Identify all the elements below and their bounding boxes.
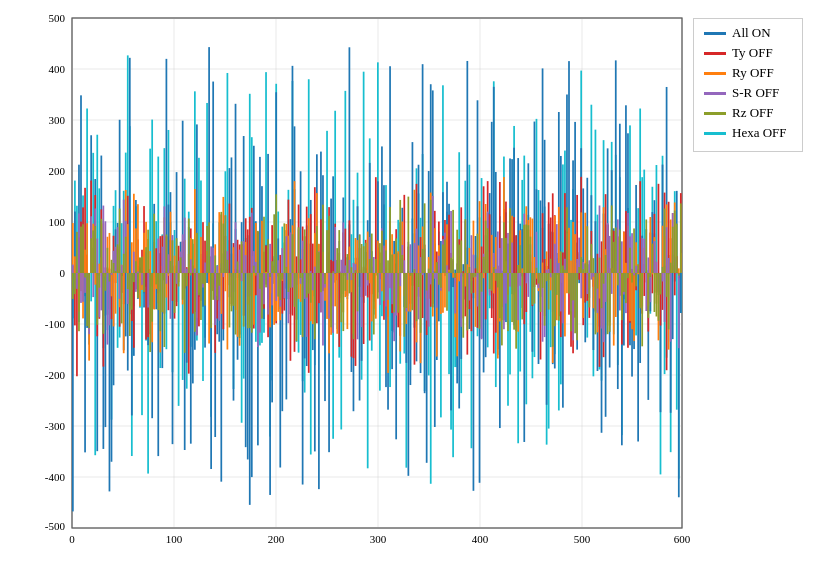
svg-rect-1789	[584, 263, 586, 273]
svg-rect-1292	[182, 234, 184, 273]
svg-rect-919	[643, 273, 645, 296]
svg-text:500: 500	[49, 12, 66, 24]
svg-rect-1132	[466, 264, 468, 273]
svg-rect-1528	[662, 273, 664, 281]
svg-rect-1423	[448, 273, 450, 291]
svg-rect-1744	[493, 267, 495, 273]
svg-rect-1680	[363, 246, 365, 273]
svg-rect-1633	[265, 273, 267, 287]
svg-rect-1548	[92, 230, 94, 273]
svg-rect-1593	[184, 273, 186, 353]
svg-rect-823	[448, 215, 450, 273]
svg-rect-1194	[593, 273, 595, 308]
svg-text:-400: -400	[45, 471, 66, 483]
svg-rect-1205	[615, 273, 617, 317]
svg-rect-1098	[397, 251, 399, 273]
svg-rect-1508	[621, 241, 623, 273]
svg-rect-1606	[210, 273, 212, 328]
svg-rect-1284	[166, 273, 168, 284]
svg-rect-750	[300, 259, 302, 273]
svg-rect-1576	[149, 273, 151, 352]
svg-rect-404	[206, 273, 208, 283]
svg-rect-1794	[595, 273, 597, 334]
svg-rect-1370	[340, 260, 342, 273]
svg-rect-1766	[538, 273, 540, 283]
svg-rect-1417	[436, 273, 438, 308]
svg-rect-1834	[678, 273, 680, 276]
svg-rect-1165	[534, 257, 536, 273]
svg-rect-1223	[652, 273, 654, 274]
svg-rect-1795	[597, 273, 599, 289]
svg-rect-1755	[515, 273, 517, 349]
svg-rect-1519	[643, 239, 645, 273]
svg-rect-1828	[666, 273, 668, 297]
svg-rect-1511	[627, 213, 629, 273]
svg-rect-846	[495, 273, 497, 333]
svg-rect-1652	[304, 229, 306, 273]
legend-area: All ON Ty OFF Ry OFF S-R OFF Rz OFF Hexa…	[693, 18, 803, 152]
svg-rect-1374	[349, 260, 351, 273]
svg-rect-557	[517, 158, 519, 273]
svg-rect-1594	[186, 273, 188, 286]
svg-rect-1033	[265, 272, 267, 273]
svg-rect-1631	[261, 273, 263, 319]
svg-rect-535	[473, 273, 475, 491]
svg-rect-1067	[334, 273, 336, 306]
svg-rect-1767	[540, 273, 542, 312]
svg-rect-1699	[401, 255, 403, 273]
svg-rect-988	[174, 256, 176, 273]
svg-rect-1303	[204, 262, 206, 273]
svg-rect-1027	[253, 273, 255, 325]
svg-rect-1563	[123, 254, 125, 273]
svg-rect-1688	[379, 243, 381, 273]
svg-rect-1001	[200, 237, 202, 273]
svg-rect-1697	[397, 273, 399, 313]
svg-rect-1797	[601, 273, 603, 308]
svg-rect-1693	[389, 207, 391, 273]
svg-rect-1771	[548, 273, 550, 310]
svg-text:100: 100	[166, 533, 183, 545]
svg-rect-1670	[342, 273, 344, 331]
svg-rect-1216	[637, 273, 639, 274]
svg-rect-1722	[448, 272, 450, 273]
svg-rect-728	[255, 273, 257, 295]
svg-rect-1031	[261, 221, 263, 273]
svg-rect-536	[475, 236, 477, 273]
svg-rect-1709	[422, 249, 424, 273]
svg-rect-1770	[546, 273, 548, 281]
svg-rect-1437	[477, 273, 479, 307]
svg-rect-766	[332, 261, 334, 273]
svg-rect-1649	[298, 227, 300, 273]
svg-rect-1674	[351, 267, 353, 273]
svg-rect-1541	[78, 273, 80, 331]
svg-rect-1719	[442, 244, 444, 273]
svg-rect-1732	[469, 267, 471, 273]
svg-rect-967	[131, 242, 133, 273]
svg-rect-407	[212, 82, 214, 273]
svg-rect-1453	[509, 273, 511, 287]
svg-rect-1802	[611, 205, 613, 273]
svg-rect-1636	[271, 261, 273, 273]
svg-rect-134	[265, 72, 267, 273]
svg-rect-1618	[235, 273, 237, 335]
svg-rect-595	[595, 221, 597, 273]
svg-rect-1667	[336, 248, 338, 273]
svg-rect-1375	[351, 273, 353, 280]
svg-rect-1829	[668, 273, 670, 329]
svg-rect-1326	[251, 213, 253, 273]
legend-label-hexa-off: Hexa OFF	[732, 125, 787, 141]
svg-rect-679	[155, 248, 157, 273]
svg-rect-1492	[588, 260, 590, 273]
svg-rect-725	[249, 217, 251, 273]
svg-rect-755	[310, 214, 312, 273]
svg-rect-1813	[633, 228, 635, 273]
svg-rect-1582	[161, 273, 163, 312]
svg-rect-1571	[139, 257, 141, 273]
svg-rect-1757	[519, 245, 521, 273]
svg-rect-1451	[505, 273, 507, 303]
svg-rect-1536	[678, 273, 680, 348]
svg-rect-1690	[383, 273, 385, 301]
svg-rect-1346	[292, 273, 294, 287]
svg-rect-756	[312, 244, 314, 273]
svg-rect-870	[544, 259, 546, 273]
